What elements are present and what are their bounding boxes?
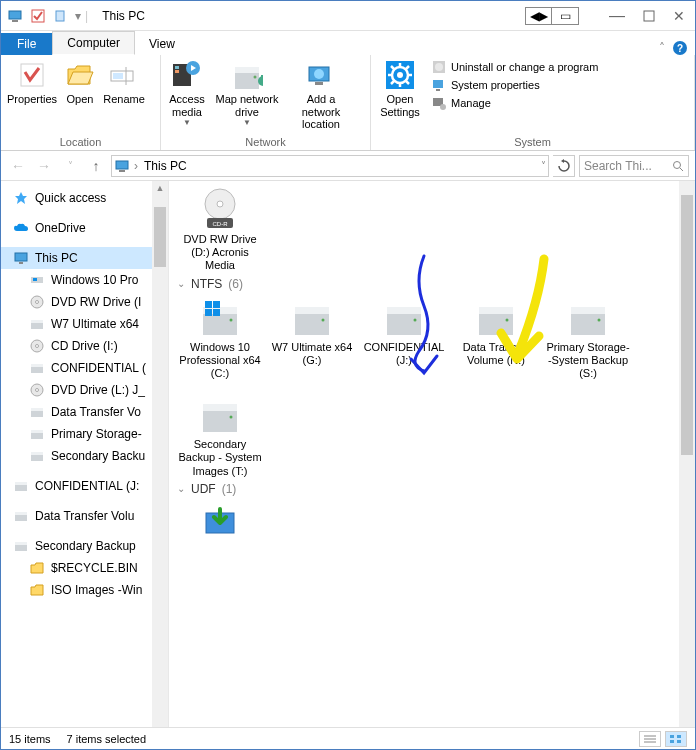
properties-icon	[16, 59, 48, 91]
drive-icon	[29, 448, 45, 464]
nav-tab-right-icon[interactable]: ▭	[552, 8, 578, 24]
svg-rect-56	[31, 408, 43, 411]
refresh-button[interactable]	[553, 155, 575, 177]
svg-rect-78	[213, 309, 220, 316]
sidebar-item-secondary[interactable]: Secondary Backu	[1, 445, 168, 467]
svg-point-37	[440, 104, 446, 110]
tile-w7[interactable]: W7 Ultimate x64 (G:)	[269, 297, 355, 381]
drive-icon	[29, 316, 45, 332]
sidebar-scrollbar[interactable]: ▲	[152, 181, 168, 729]
manage-button[interactable]: Manage	[431, 95, 491, 111]
nav-tab-left-icon[interactable]: ◀▶	[526, 8, 552, 24]
uninstall-program-button[interactable]: Uninstall or change a program	[431, 59, 598, 75]
tile-confidential[interactable]: CONFIDENTIAL (J:)	[361, 297, 447, 381]
tile-primary[interactable]: Primary Storage--System Backup (S:)	[545, 297, 631, 381]
folder-icon	[29, 560, 45, 576]
properties-button[interactable]: Properties	[5, 57, 59, 106]
quick-access-toolbar: ▾	[1, 8, 81, 24]
tile-windows10[interactable]: Windows 10 Professional x64 (C:)	[177, 297, 263, 381]
svg-rect-13	[235, 67, 259, 73]
map-network-drive-button[interactable]: Map network drive▼	[211, 57, 283, 127]
svg-point-69	[217, 201, 223, 207]
svg-point-84	[414, 318, 417, 321]
view-tab[interactable]: View	[135, 32, 189, 55]
ribbon-tabs: File Computer View ˄ ?	[1, 31, 695, 55]
svg-rect-58	[31, 430, 43, 433]
chevron-right-icon[interactable]: ›	[134, 159, 138, 173]
svg-rect-53	[31, 367, 43, 373]
tile-datatransfer[interactable]: Data Transfer Volume (N:)	[453, 297, 539, 381]
addr-dropdown-icon[interactable]: ˅	[541, 160, 546, 171]
drive-icon	[29, 404, 45, 420]
sidebar-sb-root[interactable]: Secondary Backup	[1, 535, 168, 557]
sidebar-iso[interactable]: ISO Images -Win	[1, 579, 168, 601]
svg-rect-57	[31, 411, 43, 417]
svg-rect-75	[205, 301, 212, 308]
svg-point-74	[230, 318, 233, 321]
search-input[interactable]: Search Thi...	[579, 155, 689, 177]
sidebar-confidential-root[interactable]: CONFIDENTIAL (J:	[1, 475, 168, 497]
open-settings-button[interactable]: Open Settings	[375, 57, 425, 118]
svg-point-33	[435, 63, 443, 71]
svg-point-20	[314, 69, 324, 79]
manage-icon	[431, 95, 447, 111]
drive-icon	[29, 360, 45, 376]
status-selected-count: 7 items selected	[67, 733, 146, 745]
disc-drive-icon: CD-R	[196, 189, 244, 229]
group-ntfs[interactable]: ⌄ NTFS (6)	[177, 277, 695, 291]
access-media-button[interactable]: Access media▼	[165, 57, 209, 127]
svg-rect-39	[119, 170, 125, 172]
maximize-button[interactable]	[643, 10, 655, 22]
close-button[interactable]: ✕	[673, 8, 685, 24]
sidebar-this-pc[interactable]: This PC	[1, 247, 168, 269]
svg-rect-79	[295, 307, 329, 314]
icons-view-button[interactable]	[665, 731, 687, 747]
breadcrumb-bar[interactable]: › This PC ˅	[111, 155, 549, 177]
tile-secondary[interactable]: Secondary Backup - System Images (T:)	[177, 394, 263, 478]
svg-rect-38	[116, 161, 128, 169]
breadcrumb-this-pc[interactable]: This PC	[142, 159, 189, 173]
rename-icon	[108, 59, 140, 91]
recent-dropdown[interactable]: ˅	[59, 155, 81, 177]
new-item-icon[interactable]	[53, 9, 67, 23]
sidebar-item-dvdrw[interactable]: DVD RW Drive (I	[1, 291, 168, 313]
chevron-up-icon[interactable]: ˄	[659, 41, 665, 55]
open-button[interactable]: Open	[61, 57, 99, 106]
sidebar-item-win10[interactable]: Windows 10 Pro	[1, 269, 168, 291]
forward-button[interactable]: →	[33, 155, 55, 177]
system-properties-button[interactable]: System properties	[431, 77, 540, 93]
sidebar-dtv-root[interactable]: Data Transfer Volu	[1, 505, 168, 527]
sidebar-item-confidential[interactable]: CONFIDENTIAL (	[1, 357, 168, 379]
sidebar-item-primary[interactable]: Primary Storage-	[1, 423, 168, 445]
qat-dropdown-icon[interactable]: ▾	[75, 9, 81, 23]
minimize-button[interactable]: —	[609, 7, 625, 25]
sidebar-quick-access[interactable]: Quick access	[1, 187, 168, 209]
tile-udf-item[interactable]	[177, 502, 263, 546]
svg-rect-82	[387, 307, 421, 314]
sidebar-item-datatransfer[interactable]: Data Transfer Vo	[1, 401, 168, 423]
sidebar-item-dvd-l[interactable]: DVD Drive (L:) J_	[1, 379, 168, 401]
svg-rect-86	[479, 314, 513, 335]
tile-dvd-rw[interactable]: CD-R DVD RW Drive (D:) Acronis Media	[177, 189, 263, 273]
drive-icon	[288, 297, 336, 337]
disc-icon	[29, 294, 45, 310]
svg-rect-3	[56, 11, 64, 21]
sidebar-item-cd[interactable]: CD Drive (I:)	[1, 335, 168, 357]
group-label-location: Location	[5, 136, 156, 150]
computer-tab[interactable]: Computer	[52, 31, 135, 55]
add-network-location-button[interactable]: Add a network location	[285, 57, 357, 131]
details-view-button[interactable]	[639, 731, 661, 747]
group-udf[interactable]: ⌄ UDF (1)	[177, 482, 695, 496]
file-tab[interactable]: File	[1, 33, 52, 55]
svg-rect-60	[31, 452, 43, 455]
help-icon[interactable]: ?	[673, 41, 687, 55]
checkbox-qat-icon[interactable]	[31, 9, 45, 23]
content-scrollbar[interactable]	[679, 181, 695, 729]
sidebar-onedrive[interactable]: OneDrive	[1, 217, 168, 239]
pc-icon	[13, 250, 29, 266]
sidebar-recycle[interactable]: $RECYCLE.BIN	[1, 557, 168, 579]
rename-button[interactable]: Rename	[101, 57, 147, 106]
up-button[interactable]: ↑	[85, 155, 107, 177]
back-button[interactable]: ←	[7, 155, 29, 177]
sidebar-item-w7[interactable]: W7 Ultimate x64	[1, 313, 168, 335]
